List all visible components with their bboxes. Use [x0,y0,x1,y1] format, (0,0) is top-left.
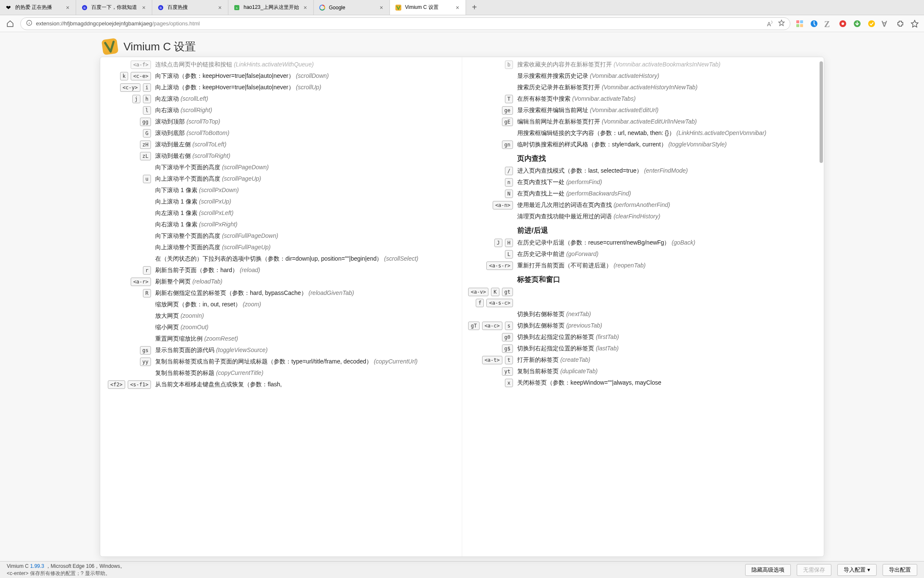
home-button[interactable] [3,17,17,30]
keys [100,220,155,220]
ext-icon-4[interactable] [837,18,849,30]
new-tab-button[interactable]: + [466,0,483,15]
command-desc: 缩放网页（参数：in, out, reset） (zoom) [155,300,458,309]
ext-icon-6[interactable] [866,18,877,30]
command-desc: 复制当前标签页的标题 (copyCurrentTitle) [155,369,458,377]
close-icon[interactable]: × [141,5,147,11]
command-desc: 在页内查找上一处 (performBackwardsFind) [517,189,820,198]
key-badge: t [505,356,513,364]
command-row: JH在历史记录中后退（参数：reuse=current/newBg/newFg）… [462,237,824,248]
key-badge: <c-e> [131,72,151,80]
section-header: 标签页和窗口 [462,271,824,286]
keys [100,231,155,232]
command-row: /进入页内查找模式（参数：last, selected=true） (enter… [462,165,824,176]
keys [100,197,155,198]
command-row: yy复制当前标签页或当前子页面的网址或标题（参数：type=url/title/… [100,356,462,367]
tab-3[interactable]: h hao123_上网从这里开始 × [228,0,314,15]
tab-4[interactable]: Google × [314,0,390,15]
command-desc: 复制当前标签页 (duplicateTab) [517,367,820,376]
favorite-icon[interactable] [778,19,785,28]
version-link[interactable]: 1.99.3 [30,563,44,569]
tab-1[interactable]: B 百度一下，你就知道 × [76,0,152,15]
key-badge: gt [502,288,513,296]
command-desc: 向上滚动半个页面的高度 (scrollPageUp) [155,174,458,183]
close-icon[interactable]: × [302,5,308,11]
key-badge: / [505,167,513,175]
command-desc: 切换到左起指定位置的标签页 (firstTab) [517,333,820,341]
keys: gn [462,140,517,149]
scrollbar[interactable] [820,61,823,163]
command-row: R刷新右侧指定位置的标签页（参数：hard, bypassCache） (rel… [100,287,462,299]
key-badge: <f2> [108,380,125,389]
key-badge: <a-c> [482,322,502,330]
command-row: 向右滚动 1 像素 (scrollPxRight) [100,219,462,230]
command-row: 显示搜索框并搜索历史记录 (Vomnibar.activateHistory) [462,70,824,82]
tab-5[interactable]: Vimium C 设置 × [390,0,466,15]
command-desc: 从当前文本框移走键盘焦点或恢复（参数：flash, [155,380,458,389]
key-badge: <c-y> [120,83,140,92]
command-desc: 关闭标签页（参数：keepWindow=""|always, mayClose [517,378,820,387]
page-title: Vimium C 设置 [123,39,196,54]
export-button[interactable]: 导出配置 [883,564,917,576]
key-badge: <a-v> [468,288,488,296]
url-input[interactable]: extension://hfjbmagddngcpeloejdejnfgbamk… [20,17,790,30]
favorites-button[interactable] [909,18,921,30]
command-row: ge显示搜索框并编辑当前网址 (Vomnibar.activateEditUrl… [462,105,824,116]
ext-icon-7[interactable]: ∀ [880,18,892,30]
key-badge: <a-s-r> [486,261,513,270]
command-desc: 向上滚动 1 像素 (scrollPxUp) [155,197,458,206]
command-row: yt复制当前标签页 (duplicateTab) [462,366,824,377]
keys: T [462,94,517,103]
command-row: L在历史记录中前进 (goForward) [462,248,824,260]
hide-advanced-button[interactable]: 隐藏高级选项 [745,564,791,576]
svg-point-17 [868,20,875,27]
keys: <a-t>t [462,355,517,364]
ext-icon-2[interactable] [808,18,820,30]
close-icon[interactable]: × [378,5,384,11]
command-row: b搜索收藏夹的内容并在新标签页打开 (Vomnibar.activateBook… [462,59,824,70]
save-button[interactable]: 无需保存 [797,564,831,576]
key-badge: l [143,106,151,115]
command-row: x关闭标签页（参数：keepWindow=""|always, mayClose [462,377,824,388]
reader-icon[interactable]: A》 [767,20,775,28]
baidu-icon: B [81,4,88,11]
ext-icon-5[interactable] [851,18,863,30]
google-icon [319,4,326,11]
keys: yt [462,367,517,376]
command-desc: 滚动到顶部 (scrollToTop) [155,117,458,126]
key-badge: H [505,239,513,247]
key-badge: gT [468,322,479,330]
command-row: gg滚动到顶部 (scrollToTop) [100,116,462,127]
close-icon[interactable]: × [217,5,223,11]
info-icon[interactable] [26,19,33,28]
keys: k<c-e> [100,72,155,80]
tab-title: 百度热搜 [167,4,214,11]
keys: yy [100,357,155,366]
key-badge: f [476,299,484,307]
command-row: k<c-e>向下滚动（参数：keepHover=true|false|auto|… [100,70,462,82]
tab-2[interactable]: B 百度热搜 × [152,0,228,15]
extensions-button[interactable] [894,18,906,30]
close-icon[interactable]: × [65,5,71,11]
keys: <a-s-r> [462,261,517,270]
command-row: 向左滚动 1 像素 (scrollPxLeft) [100,207,462,219]
product-name: Vimium C [7,563,29,569]
tab-title: hao123_上网从这里开始 [244,4,299,11]
command-desc: 临时切换搜索框的样式风格（参数：style=dark, current） (to… [517,140,820,149]
key-badge: gE [502,118,513,126]
baidu-icon: B [157,4,164,11]
command-row: 向下滚动整个页面的高度 (scrollFullPageDown) [100,230,462,242]
command-desc: 向下滚动 1 像素 (scrollPxDown) [155,186,458,195]
command-desc: 刷新右侧指定位置的标签页（参数：hard, bypassCache） (relo… [155,289,458,297]
command-desc: 向下滚动半个页面的高度 (scrollPageDown) [155,163,458,172]
ext-icon-3[interactable]: Z [823,18,834,30]
ext-icon-1[interactable] [794,18,806,30]
command-row: 放大网页 (zoomIn) [100,310,462,322]
command-row: r刷新当前子页面（参数：hard） (reload) [100,264,462,276]
import-button[interactable]: 导入配置 ▾ [837,564,877,576]
command-row: N在页内查找上一处 (performBackwardsFind) [462,188,824,199]
command-row: 清理页内查找功能中最近用过的词语 (clearFindHistory) [462,211,824,222]
tab-0[interactable]: ❤ 的热爱 正在热播 × [0,0,76,15]
close-icon[interactable]: × [455,5,461,11]
keys [100,311,155,312]
